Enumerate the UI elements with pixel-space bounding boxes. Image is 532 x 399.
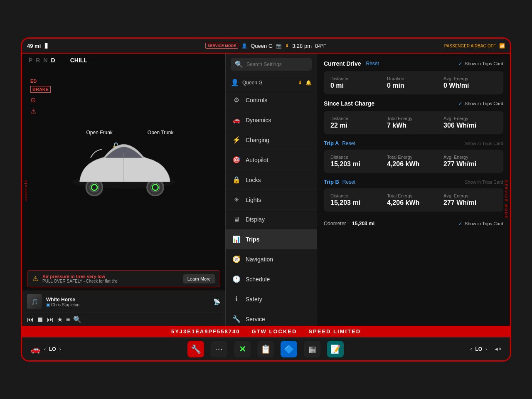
user-name: Queen G — [242, 80, 263, 86]
favorite-button[interactable]: ★ — [57, 315, 63, 323]
stop-button[interactable]: ⏹ — [37, 316, 44, 323]
trip-a-avg-value: 277 Wh/mi — [443, 160, 497, 168]
chevron-right-vol[interactable]: › — [485, 346, 487, 352]
menu-item-autopilot[interactable]: 🎯 Autopilot — [226, 150, 317, 170]
brake-label: BRAKE — [30, 86, 51, 93]
trip-a-reset[interactable]: Reset — [342, 140, 355, 146]
slc-distance-stat: Distance 22 mi — [330, 116, 384, 129]
camera-icon: 📷 — [276, 43, 282, 49]
warning-text-block: Air pressure in tires very low PULL OVER… — [42, 274, 179, 283]
since-last-charge-header: Since Last Charge ✓ Show in Trips Card — [324, 100, 503, 107]
display-icon: 🖥 — [232, 216, 241, 223]
warning-triangle-icon: ⚠ — [32, 275, 38, 283]
odometer-checkmark: ✓ — [458, 221, 462, 227]
menu-item-safety[interactable]: ℹ Safety — [226, 289, 317, 309]
taskbar-left: 🚗 ‹ LO › — [30, 344, 61, 354]
drive-mode-bar: P R N D CHILL — [22, 54, 225, 67]
search-bar: 🔍 — [226, 54, 317, 75]
menu-item-schedule[interactable]: 🕐 Schedule — [226, 269, 317, 289]
car-icon-taskbar[interactable]: 🚗 — [30, 344, 41, 354]
menu-item-service[interactable]: 🔧 Service — [226, 309, 317, 326]
current-drive-card: Distance 0 mi Duration 0 min Avg. Energy… — [324, 71, 503, 94]
file-taskbar-button[interactable]: 📋 — [257, 341, 274, 357]
search-music-button[interactable]: 🔍 — [73, 315, 81, 323]
trip-a-energy-value: 4,206 kWh — [387, 160, 440, 168]
since-last-charge-card: Distance 22 mi Total Energy 7 kWh Avg. E… — [324, 111, 503, 134]
menu-item-navigation[interactable]: 🧭 Navigation — [226, 249, 317, 269]
top-bar-left: 49 mi ▊ — [27, 43, 200, 49]
profile-avatar-icon: 👤 — [231, 79, 239, 86]
cross-taskbar-button[interactable]: ✕ — [234, 341, 251, 357]
navigation-label: Navigation — [246, 256, 310, 263]
equalizer-button[interactable]: ≡ — [66, 316, 70, 323]
bluetooth-taskbar-button[interactable]: 🔷 — [281, 341, 297, 357]
bluetooth-icon: 🔷 — [284, 344, 294, 354]
current-drive-section: Current Drive Reset ✓ Show in Trips Card… — [324, 60, 503, 94]
user-profile-bar[interactable]: 👤 Queen G ⬇ 🔔 — [226, 75, 317, 90]
trip-a-name: Trip A — [324, 140, 339, 146]
top-status-bar: 49 mi ▊ SERVICE MODE 👤 Queen G 📷 ⬇ 3:28 … — [22, 39, 510, 54]
menu-item-trips[interactable]: 📊 Trips — [226, 229, 317, 249]
menu-item-charging[interactable]: ⚡ Charging — [226, 130, 317, 150]
menu-item-controls[interactable]: ⚙ Controls — [226, 90, 317, 110]
learn-more-button[interactable]: Learn More — [183, 274, 215, 283]
dots-taskbar-button[interactable]: ··· — [211, 341, 227, 357]
trip-b-energy-stat: Total Energy 4,206 kWh — [387, 193, 440, 207]
search-input[interactable] — [246, 62, 309, 67]
chevron-left-icon[interactable]: ‹ — [44, 346, 46, 352]
checkmark-icon-2: ✓ — [458, 101, 462, 106]
current-energy-value: 0 Wh/mi — [443, 82, 497, 89]
song-title: White Horse — [46, 297, 209, 303]
current-drive-title: Current Drive — [324, 60, 361, 67]
tire-icon: ⊙ — [30, 96, 51, 104]
navigation-icon: 🧭 — [232, 255, 241, 263]
schedule-icon: 🕐 — [232, 275, 241, 283]
schedule-label: Schedule — [246, 276, 310, 283]
chevron-left-vol[interactable]: ‹ — [470, 346, 472, 352]
download-icon-profile: ⬇ — [298, 80, 302, 86]
menu-item-dynamics[interactable]: 🚗 Dynamics — [226, 110, 317, 130]
trip-b-energy-label: Total Energy — [387, 193, 440, 198]
autopilot-icon: 🎯 — [232, 156, 241, 164]
trip-b-distance-label: Distance — [330, 193, 384, 198]
current-duration-stat: Duration 0 min — [387, 76, 440, 89]
drive-mode-label: CHILL — [70, 57, 87, 64]
menu-item-locks[interactable]: 🔒 Locks — [226, 170, 317, 190]
airbag-status: PASSENGER AIRBAG OFF — [444, 44, 496, 48]
grid-taskbar-button[interactable]: ▦ — [304, 341, 320, 357]
safety-icon: ℹ — [232, 295, 241, 303]
menu-item-lights[interactable]: ☀ Lights — [226, 190, 317, 210]
trip-b-stats: Distance 15,203 mi Total Energy 4,206 kW… — [330, 193, 497, 207]
current-drive-reset[interactable]: Reset — [366, 61, 379, 66]
speed-limit-status: SPEED LIMITED — [308, 328, 361, 335]
trip-a-avg-stat: Avg. Energy 277 Wh/mi — [443, 155, 497, 168]
chevron-right-icon[interactable]: › — [59, 346, 61, 352]
locks-icon: 🔒 — [232, 176, 241, 184]
search-icon: 🔍 — [235, 60, 243, 68]
display-label: Display — [246, 216, 310, 223]
slc-energy-stat: Total Energy 7 kWh — [387, 116, 440, 129]
odometer-value: 15,203 mi — [352, 221, 374, 227]
menu-items-list: ⚙ Controls 🚗 Dynamics ⚡ Charging 🎯 Autop… — [226, 90, 317, 326]
prev-button[interactable]: ⏮ — [27, 316, 34, 323]
trip-a-section: Trip A Reset Show in Trips Card Distance… — [324, 140, 503, 173]
cast-icon[interactable]: 📡 — [213, 298, 220, 305]
wrench-taskbar-button[interactable]: 🔧 — [187, 341, 204, 357]
gtw-status: GTW LOCKED — [252, 328, 297, 335]
slc-energy-value: 7 kWh — [387, 122, 440, 129]
volume-mute-icon[interactable]: ◄× — [494, 346, 502, 352]
notes-taskbar-button[interactable]: 📝 — [327, 341, 344, 357]
trip-b-show-trips: Show in Trips Card — [465, 180, 503, 185]
time-display: 3:28 pm — [292, 43, 312, 49]
next-button[interactable]: ⏭ — [47, 316, 54, 323]
trip-b-distance-stat: Distance 15,203 mi — [330, 193, 384, 207]
since-last-charge-section: Since Last Charge ✓ Show in Trips Card D… — [324, 100, 503, 134]
safety-label: Safety — [246, 296, 310, 303]
menu-item-display[interactable]: 🖥 Display — [226, 210, 317, 229]
search-input-wrap[interactable]: 🔍 — [231, 58, 312, 71]
trip-b-reset[interactable]: Reset — [342, 179, 355, 185]
volume-label-left: LO — [49, 346, 56, 352]
song-artist: ▣ Chris Stapleton — [46, 303, 209, 307]
lights-icon: ☀ — [232, 196, 241, 204]
status-indicators: ED BRAKE ⊙ ⚠ — [30, 79, 51, 115]
